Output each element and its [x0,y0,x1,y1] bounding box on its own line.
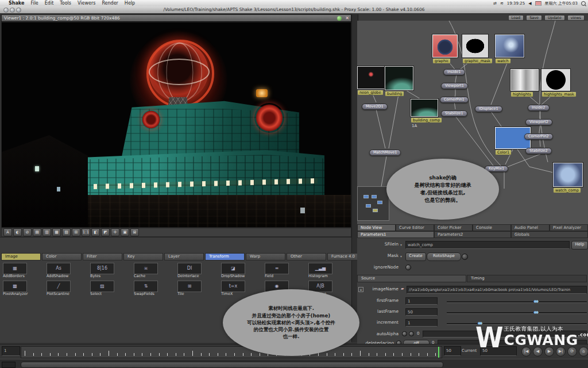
tool-deinterlace[interactable]: DIDeInterlace [176,262,219,279]
node-Viewport1[interactable]: Viewport1 [441,83,468,89]
update-button[interactable]: Update [544,15,565,21]
node-thumb-building[interactable] [385,66,413,90]
save-button[interactable]: Save [526,15,542,21]
firstFrame-field[interactable]: 1 [405,297,438,305]
node-label-watch_comp[interactable]: watch_comp [553,187,581,193]
node-label-graphic_mask[interactable]: graphic_mask [462,58,493,64]
tool-swapfields[interactable]: ⇅SwapFields [132,280,176,297]
lastFrame-slider-handle[interactable]: ◆◆ [533,310,537,315]
channel-a-button[interactable]: ▧ [62,228,71,236]
node-Inside1[interactable]: Inside1 [443,69,465,75]
firstFrame-slider-handle[interactable]: ◆◆ [533,299,537,304]
node-graph[interactable]: graphicgraphic_maskwatchneon_globebuildi… [357,21,588,224]
timeline-scrollbar[interactable] [21,362,443,368]
tab-parameters2[interactable]: Parameters2 [434,231,511,238]
node-thumb-highlights_mask[interactable] [541,69,570,91]
node-Viewport2[interactable]: Viewport2 [525,119,552,125]
tool-pixelanalyzer[interactable]: ▩PixelAnalyzer [1,280,45,297]
image-name-field[interactable]: //\xa1\xb0yangke\xa1\xb1\xb3\xa4\xa1\xb0… [407,286,587,294]
menu-item-viewers[interactable]: Viewers [78,1,95,6]
lastFrame-field[interactable]: 50 [405,308,438,316]
tab-curve-editor[interactable]: Curve Editor [396,224,434,231]
node-thumb-highlights[interactable] [510,69,539,91]
timeline-end-field[interactable]: 50 [444,346,461,356]
increment-slider[interactable]: ◆◆ [447,323,587,325]
node-MatchMove1[interactable]: MatchMove1 [369,150,401,156]
firstFrame-slider[interactable]: ◆◆ [447,301,587,303]
lookup-button[interactable]: ◩ [101,228,110,236]
node-IDisplace1[interactable]: IDisplace1 [475,106,502,112]
node-thumb-watch[interactable] [495,34,524,57]
buffer-a-button[interactable]: A [3,228,12,236]
node-label-building[interactable]: building [385,91,404,97]
playhead[interactable] [438,347,439,358]
load-button[interactable]: Load [508,15,524,21]
tab-other[interactable]: Other [287,253,326,260]
tool-cache[interactable]: ☠Cache [132,262,176,279]
menu-item-shake[interactable]: Shake [9,1,24,6]
tab-source[interactable]: Source [357,275,466,282]
tool-plotscanline[interactable]: ╱PlotScanline [45,280,88,297]
node-CornerPin2[interactable]: CornerPin2 [524,133,553,140]
tab-node-view[interactable]: Node View [357,224,396,231]
tab-globals[interactable]: Globals [511,231,588,238]
auto-alpha-toggle-b[interactable] [409,331,414,336]
node-thumb-neon_globe[interactable] [357,66,385,89]
tab-audio-panel[interactable]: Audio Panel [511,224,550,231]
tab-color[interactable]: Color [42,253,82,260]
mask-type-dropdown[interactable]: RotoShape [427,252,461,261]
channel-g-button[interactable]: ▥ [42,228,51,236]
node-Move2D1[interactable]: Move2D1 [362,103,388,110]
tab-timing[interactable]: Timing [467,275,587,282]
node-label-highlights_mask[interactable]: highlights_mask [541,91,577,97]
no-update-button[interactable]: ⊘ [23,228,32,236]
node-name-field[interactable]: watch_comp [405,241,570,249]
help-button[interactable]: Help [571,241,588,250]
timeline-ruler[interactable] [21,346,442,358]
tool-bytes[interactable]: 8|16Bytes [88,262,132,279]
node-label-Color1[interactable]: Color1 [495,150,512,155]
mask-collapse-icon[interactable]: ▾ [400,254,402,258]
compare-button[interactable]: ◐ [13,228,22,236]
bottom-left-field[interactable] [2,362,16,368]
menu-item-render[interactable]: Render [102,1,118,6]
menu-item-edit[interactable]: Edit [45,1,54,6]
grid-button[interactable]: ⊞ [72,228,80,236]
tab-image[interactable]: Image [1,253,41,260]
close-window-button[interactable] [3,7,9,13]
tab-parameters1[interactable]: Parameters1 [357,231,434,238]
auto-alpha-toggle-a[interactable] [402,331,407,336]
tool-addshadow[interactable]: AsAddShadow [45,262,88,279]
tab-transform[interactable]: Transform [205,253,245,260]
tab-layer[interactable]: Layer [164,253,204,260]
collapse-arrow-icon[interactable]: ▾ [400,243,402,247]
viewer-titlebar[interactable]: Viewer1 : 2.0:1 building_comp@50 RGB 8bi… [1,14,351,22]
roi-button[interactable]: ◧ [91,228,100,236]
menu-item-help[interactable]: Help [125,1,135,6]
tool-dropshadow[interactable]: ◪DropShadow [219,262,263,279]
lastFrame-slider[interactable]: ◆◆ [447,312,587,314]
tool-field[interactable]: ≡Field [263,262,307,279]
node-Stabilize2[interactable]: Stabilize2 [525,148,552,154]
node-label-neon_globe[interactable]: neon_globe [357,90,384,95]
tab-pixel-analyzer[interactable]: Pixel Analyzer [550,224,588,231]
node-thumb-graphic_mask[interactable] [462,34,488,57]
home-button[interactable]: ⌂ [579,347,588,356]
channel-r-button[interactable]: ▤ [33,228,41,236]
tool-addborders[interactable]: ▦AddBorders [1,262,45,279]
node-label-watch[interactable]: watch [495,58,511,64]
menu-item-file[interactable]: File [30,1,38,6]
tab-color-picker[interactable]: Color Picker [434,224,473,231]
wifi-icon[interactable]: ≋ [500,1,504,6]
viewer-active-icon[interactable] [337,16,342,21]
minimize-window-button[interactable] [10,7,15,13]
viewer-close-icon[interactable]: ✕ [345,15,349,22]
viewer-image[interactable] [1,22,351,228]
spotlight-icon[interactable] [581,1,586,6]
volume-icon[interactable]: ◀ [528,1,531,6]
zoom-ratio-button[interactable]: 1:1 [82,228,90,236]
tab-warp[interactable]: Warp [246,253,285,260]
tab-console[interactable]: Console [473,224,511,231]
input-flag-icon[interactable] [535,1,541,6]
broadcast-button[interactable]: ▣ [121,228,129,236]
